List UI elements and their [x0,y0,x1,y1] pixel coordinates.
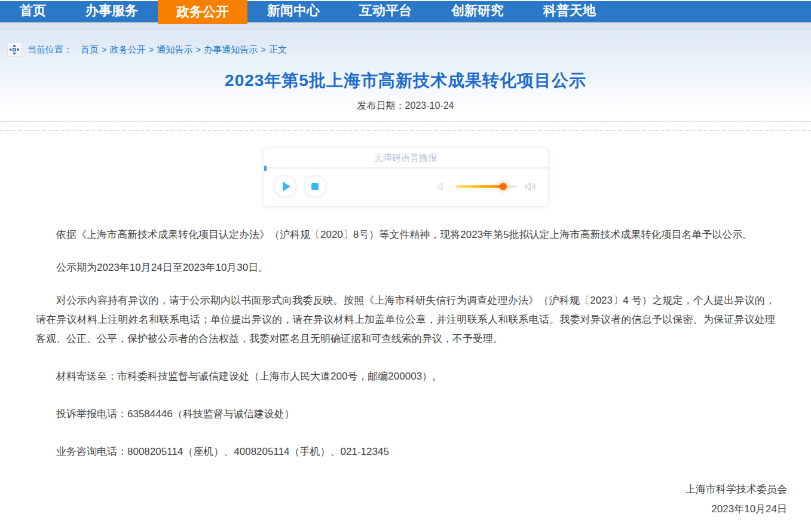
breadcrumb-link-2[interactable]: 通知告示 [157,44,193,54]
breadcrumb-link-3[interactable]: 办事通知告示 [204,44,258,54]
volume-controls [436,180,537,193]
breadcrumb-link-1[interactable]: 政务公开 [110,44,146,54]
article-paragraph: 投诉举报电话：63584446（科技监督与诚信建设处） [36,405,775,424]
nav-tab-5[interactable]: 创新研究 [431,0,524,24]
article-signature: 上海市科学技术委员会 2023年10月24日 [0,479,811,519]
article-paragraph: 公示期为2023年10月24日至2023年10月30日。 [36,258,775,277]
nav-tab-4[interactable]: 互动平台 [339,0,431,24]
audio-player-title: 无障碍语音播报 [264,148,548,167]
move-compass-icon [7,42,22,57]
publish-date-value: 2023-10-24 [405,100,454,111]
nav-sub-strip [0,24,811,32]
breadcrumb-separator: > [261,44,266,54]
publish-date-label: 发布日期： [357,100,405,111]
page-title: 2023年第5批上海市高新技术成果转化项目公示 [0,69,811,92]
volume-mute-icon[interactable] [436,180,449,193]
audio-progress-bar[interactable] [264,167,548,169]
volume-loud-icon[interactable] [524,180,537,193]
play-button[interactable] [274,175,296,197]
breadcrumb-separator: > [196,44,201,54]
dashed-separator [0,121,811,122]
article-paragraph: 材料寄送至：市科委科技监督与诚信建设处（上海市人民大道200号，邮编200003… [36,367,775,386]
breadcrumb-separator: > [102,44,107,54]
dotted-separator [0,130,811,131]
top-navigation: 首页办事服务政务公开新闻中心互动平台创新研究科普天地 [0,0,811,24]
audio-player-controls [264,169,548,206]
nav-tab-1[interactable]: 办事服务 [66,0,158,24]
article-paragraph: 业务咨询电话：8008205114（座机）、4008205114（手机）、021… [36,442,775,461]
article-paragraph: 依据《上海市高新技术成果转化项目认定办法》（沪科规〔2020〕8号）等文件精神，… [36,225,775,244]
publish-date: 发布日期：2023-10-24 [0,100,811,112]
nav-tab-6[interactable]: 科普天地 [524,0,616,24]
signature-date: 2023年10月24日 [0,499,787,519]
audio-progress-handle[interactable] [264,166,267,171]
breadcrumb-items: 首页>政务公开>通知告示>办事通知告示>正文 [81,44,287,56]
volume-fill [456,185,504,188]
breadcrumb-separator: > [149,44,154,54]
breadcrumb-label: 当前位置： [27,44,72,56]
stop-icon [311,183,319,190]
nav-tab-0[interactable]: 首页 [0,0,66,24]
audio-player: 无障碍语音播报 [263,148,549,207]
volume-handle[interactable] [500,183,507,190]
article-body: 依据《上海市高新技术成果转化项目认定办法》（沪科规〔2020〕8号）等文件精神，… [0,225,811,461]
breadcrumb-link-4[interactable]: 正文 [269,44,287,54]
play-icon [283,182,290,191]
breadcrumb: 当前位置： 首页>政务公开>通知告示>办事通知告示>正文 [0,42,811,57]
breadcrumb-link-0[interactable]: 首页 [81,44,99,54]
nav-tab-3[interactable]: 新闻中心 [247,0,339,24]
article-paragraph: 对公示内容持有异议的，请于公示期内以书面形式向我委反映。按照《上海市科研失信行为… [36,291,775,348]
page-header: 当前位置： 首页>政务公开>通知告示>办事通知告示>正文 2023年第5批上海市… [0,32,811,112]
stop-button[interactable] [304,175,326,197]
nav-tab-2[interactable]: 政务公开 [158,0,247,24]
signature-org: 上海市科学技术委员会 [0,479,787,499]
volume-slider[interactable] [456,185,517,188]
